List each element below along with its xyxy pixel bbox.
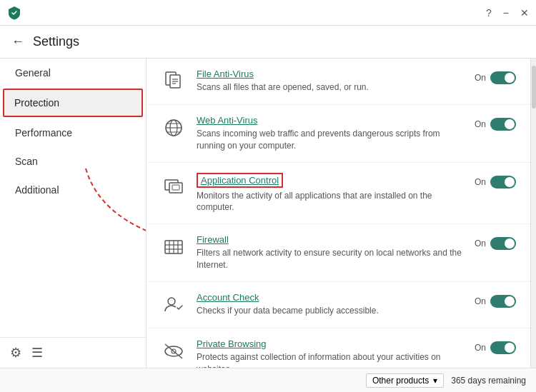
protection-item-private-browsing: Private Browsing Protects against collec… — [147, 328, 530, 368]
sidebar-item-performance[interactable]: Performance — [0, 119, 146, 147]
menu-icon[interactable]: ☰ — [31, 345, 43, 361]
back-button[interactable]: ← — [11, 34, 24, 49]
web-antivirus-content: Web Anti-Virus Scans incoming web traffi… — [197, 115, 465, 152]
annotation-area — [0, 204, 146, 337]
account-check-desc: Checks if your data became publicly acce… — [197, 305, 465, 317]
private-browsing-toggle-label: On — [475, 343, 486, 353]
sidebar-item-protection[interactable]: Protection — [3, 89, 143, 117]
days-remaining: 365 days remaining — [451, 376, 526, 386]
sidebar: General Protection Performance Scan Addi… — [0, 59, 147, 368]
account-check-toggle-switch[interactable] — [490, 295, 516, 308]
file-antivirus-content: File Anti-Virus Scans all files that are… — [197, 69, 465, 94]
dropdown-arrow-icon: ▾ — [433, 376, 437, 386]
account-check-title[interactable]: Account Check — [197, 292, 465, 303]
help-button[interactable]: ? — [486, 7, 492, 19]
firewall-toggle-label: On — [475, 238, 486, 248]
file-antivirus-icon — [161, 69, 187, 94]
header: ← Settings — [0, 26, 536, 59]
web-antivirus-toggle-label: On — [475, 119, 486, 129]
app-control-content: Application Control Monitors the activit… — [197, 173, 465, 214]
svg-rect-12 — [169, 183, 182, 193]
firewall-desc: Filters all network activity to ensure s… — [197, 247, 465, 271]
account-check-toggle[interactable]: On — [475, 295, 516, 308]
close-button[interactable]: ✕ — [520, 7, 529, 19]
protection-item-account-check: Account Check Checks if your data became… — [147, 282, 530, 328]
app-control-toggle[interactable]: On — [475, 176, 516, 189]
firewall-title[interactable]: Firewall — [197, 234, 465, 245]
app-control-desc: Monitors the activity of all application… — [197, 190, 465, 214]
private-browsing-toggle[interactable]: On — [475, 341, 516, 354]
app-logo — [7, 6, 21, 20]
app-control-toggle-switch[interactable] — [490, 176, 516, 189]
title-bar-left — [7, 6, 21, 20]
other-products-dropdown[interactable]: Other products ▾ — [366, 373, 444, 388]
main-layout: General Protection Performance Scan Addi… — [0, 59, 536, 368]
content-area: File Anti-Virus Scans all files that are… — [147, 59, 530, 368]
file-antivirus-toggle-label: On — [475, 73, 486, 83]
firewall-toggle[interactable]: On — [475, 237, 516, 250]
sidebar-bottom: ⚙ ☰ — [0, 337, 146, 368]
app-control-icon — [161, 173, 187, 198]
app-control-toggle-label: On — [475, 177, 486, 187]
title-bar-controls: ? − ✕ — [486, 7, 529, 19]
other-products-label: Other products — [372, 376, 429, 386]
web-antivirus-desc: Scans incoming web traffic and prevents … — [197, 128, 465, 152]
scrollbar[interactable] — [530, 59, 536, 368]
content-wrapper: File Anti-Virus Scans all files that are… — [147, 59, 530, 368]
footer: Other products ▾ 365 days remaining — [0, 368, 536, 392]
protection-item-web-antivirus: Web Anti-Virus Scans incoming web traffi… — [147, 105, 530, 163]
file-antivirus-toggle-switch[interactable] — [490, 71, 516, 84]
title-bar: ? − ✕ — [0, 0, 536, 26]
firewall-toggle-switch[interactable] — [490, 237, 516, 250]
file-antivirus-title[interactable]: File Anti-Virus — [197, 69, 465, 79]
protection-item-file-antivirus: File Anti-Virus Scans all files that are… — [147, 59, 530, 105]
minimize-button[interactable]: − — [503, 7, 509, 19]
annotation-arrow — [57, 161, 147, 304]
protection-item-firewall: Firewall Filters all network activity to… — [147, 224, 530, 282]
private-browsing-title[interactable]: Private Browsing — [197, 338, 465, 349]
account-check-content: Account Check Checks if your data became… — [197, 292, 465, 317]
settings-icon[interactable]: ⚙ — [10, 345, 21, 361]
svg-point-20 — [168, 298, 175, 305]
web-antivirus-icon — [161, 115, 187, 141]
web-antivirus-title[interactable]: Web Anti-Virus — [197, 115, 465, 126]
account-check-icon — [161, 292, 187, 318]
account-check-toggle-label: On — [475, 296, 486, 306]
firewall-content: Firewall Filters all network activity to… — [197, 234, 465, 271]
private-browsing-desc: Protects against collection of informati… — [197, 351, 465, 368]
sidebar-item-general[interactable]: General — [0, 59, 146, 87]
file-antivirus-toggle[interactable]: On — [475, 71, 516, 84]
app-control-title[interactable]: Application Control — [197, 173, 283, 188]
web-antivirus-toggle-switch[interactable] — [490, 118, 516, 131]
file-antivirus-desc: Scans all files that are opened, saved, … — [197, 81, 465, 94]
private-browsing-toggle-switch[interactable] — [490, 341, 516, 354]
private-browsing-icon — [161, 338, 187, 364]
web-antivirus-toggle[interactable]: On — [475, 118, 516, 131]
private-browsing-content: Private Browsing Protects against collec… — [197, 338, 465, 368]
page-title: Settings — [33, 34, 79, 49]
firewall-icon — [161, 234, 187, 260]
protection-item-app-control: Application Control Monitors the activit… — [147, 163, 530, 225]
